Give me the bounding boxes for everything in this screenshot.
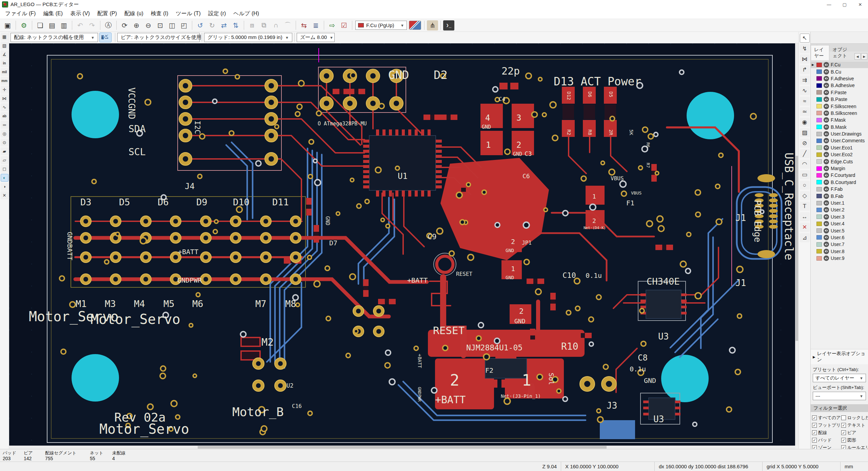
checkbox[interactable]: ✓ bbox=[841, 430, 846, 435]
pcb-board-view[interactable]: VCCGNDSDASCLI2CJ4GNDD222pC4D13 ACT Power… bbox=[9, 43, 795, 446]
curved-ratsnest-icon[interactable]: ∿ bbox=[1, 103, 8, 111]
board-setup-button[interactable]: ⚙ bbox=[18, 20, 29, 30]
tune-diff-pair-tool-icon[interactable]: ≈ bbox=[800, 97, 810, 106]
layer-row-f-adhesive[interactable]: F.Adhesive bbox=[811, 75, 868, 82]
visibility-eye-icon[interactable] bbox=[824, 76, 829, 81]
layer-color-swatch[interactable] bbox=[816, 222, 822, 226]
auto-track-width-button[interactable]: �డ bbox=[99, 33, 112, 42]
route-tracks-tool-icon[interactable]: ↱ bbox=[800, 65, 810, 74]
checkbox[interactable]: ✓ bbox=[812, 430, 817, 435]
layer-color-swatch[interactable] bbox=[816, 242, 822, 247]
visibility-eye-icon[interactable] bbox=[824, 145, 829, 150]
tune-skew-tool-icon[interactable]: ≃ bbox=[800, 107, 810, 116]
layer-row-edge-cuts[interactable]: Edge.Cuts bbox=[811, 158, 868, 165]
flip-vertical-button[interactable]: ⇅ bbox=[230, 20, 241, 30]
visibility-eye-icon[interactable] bbox=[824, 180, 829, 185]
unlock-button[interactable]: ⌒ bbox=[282, 20, 293, 30]
layer-row-user-eco2[interactable]: User.Eco2 bbox=[811, 151, 868, 158]
layer-row-user-1[interactable]: User.1 bbox=[811, 200, 868, 206]
layer-row-user-4[interactable]: User.4 bbox=[811, 220, 868, 227]
page-settings-button[interactable]: ❏ bbox=[35, 20, 46, 30]
tab-objects[interactable]: オブジェクト bbox=[829, 45, 854, 60]
visibility-eye-icon[interactable] bbox=[824, 214, 829, 220]
toggle-grid-override-icon[interactable]: ▧ bbox=[1, 42, 8, 49]
visibility-eye-icon[interactable] bbox=[824, 69, 829, 75]
layer-row-user-5[interactable]: User.5 bbox=[811, 227, 868, 234]
layer-color-swatch[interactable] bbox=[816, 63, 822, 67]
layer-row-b-cu[interactable]: B.Cu bbox=[811, 68, 868, 75]
draw-arc-tool-icon[interactable]: ◠ bbox=[800, 160, 810, 169]
visibility-eye-icon[interactable] bbox=[824, 242, 829, 247]
visibility-eye-icon[interactable] bbox=[824, 172, 829, 178]
layer-color-swatch[interactable] bbox=[816, 111, 822, 115]
menu-item-6[interactable]: 検査 (I) bbox=[147, 9, 172, 18]
zone-fill-mode-icon[interactable]: ▰ bbox=[1, 147, 8, 155]
filter-フットプリント[interactable]: ✓フットプリント bbox=[812, 422, 841, 428]
menu-item-4[interactable]: 配置 (P) bbox=[94, 9, 121, 18]
draw-circle-tool-icon[interactable]: ○ bbox=[800, 181, 810, 190]
units-mils-icon[interactable]: mil bbox=[1, 68, 8, 76]
select-tool-icon[interactable]: ↖ bbox=[800, 34, 810, 43]
layer-row-user-comments[interactable]: User.Comments bbox=[811, 137, 868, 144]
zone-outline-mode-icon[interactable]: ▱ bbox=[1, 156, 8, 164]
zoom-select[interactable]: ズーム 8.00▼ bbox=[297, 33, 335, 42]
zoom-out-button[interactable]: ⊖ bbox=[143, 20, 154, 30]
via-size-select[interactable]: ビア: ネットクラスのサイズを使用▼ bbox=[117, 33, 200, 42]
visibility-eye-icon[interactable] bbox=[824, 193, 829, 199]
layer-color-swatch[interactable] bbox=[816, 159, 822, 164]
visibility-eye-icon[interactable] bbox=[824, 159, 829, 164]
lock-button[interactable]: ∩ bbox=[270, 20, 281, 30]
footprint-browser-button[interactable]: ≣ bbox=[310, 20, 321, 30]
visibility-eye-icon[interactable] bbox=[824, 166, 829, 171]
layer-row-user-2[interactable]: User.2 bbox=[811, 206, 868, 213]
visibility-eye-icon[interactable] bbox=[824, 131, 829, 137]
visibility-eye-icon[interactable] bbox=[824, 235, 829, 240]
visibility-eye-icon[interactable] bbox=[824, 255, 829, 261]
update-footprints-button[interactable]: ⇆ bbox=[298, 20, 310, 30]
save-button[interactable]: ▣ bbox=[2, 20, 13, 30]
tab-scroll-left-icon[interactable]: ◀ bbox=[854, 53, 861, 60]
rule-area-tool-icon[interactable]: ⊘ bbox=[800, 139, 810, 148]
pcb-canvas[interactable]: VCCGNDSDASCLI2CJ4GNDD222pC4D13 ACT Power… bbox=[9, 43, 795, 446]
track-outline-mode-icon[interactable]: ═ bbox=[1, 121, 8, 129]
layer-color-swatch[interactable] bbox=[816, 118, 822, 122]
layer-color-swatch[interactable] bbox=[816, 69, 822, 74]
zoom-auto-button[interactable]: Ⓐ bbox=[103, 20, 114, 30]
filter-配線[interactable]: ✓配線 bbox=[812, 430, 841, 436]
layer-color-swatch[interactable] bbox=[816, 97, 822, 102]
filter-パッド[interactable]: ✓パッド bbox=[812, 437, 841, 443]
menu-item-9[interactable]: ヘルプ (H) bbox=[230, 9, 263, 18]
layer-pair-indicator[interactable] bbox=[409, 21, 421, 30]
zoom-fit-button[interactable]: ⊡ bbox=[155, 20, 166, 30]
layer-row-f-fab[interactable]: F.Fab bbox=[811, 186, 868, 192]
checkbox[interactable]: ✓ bbox=[812, 415, 817, 420]
layer-row-user-7[interactable]: User.7 bbox=[811, 241, 868, 248]
highlight-net-tool-icon[interactable]: ↯ bbox=[800, 44, 810, 53]
layer-row-b-mask[interactable]: B.Mask bbox=[811, 124, 868, 130]
layer-row-user-drawings[interactable]: User.Drawings bbox=[811, 130, 868, 137]
filter-図形[interactable]: ✓図形 bbox=[841, 437, 868, 443]
layer-color-swatch[interactable] bbox=[816, 132, 822, 136]
menu-item-1[interactable]: ファイル (F) bbox=[1, 9, 39, 18]
vertical-scrollbar[interactable] bbox=[795, 43, 798, 446]
layer-row-f-paste[interactable]: F.Paste bbox=[811, 89, 868, 96]
maximize-button[interactable]: ▢ bbox=[837, 0, 852, 9]
layer-color-swatch[interactable] bbox=[816, 249, 822, 253]
plot-button[interactable]: ▥ bbox=[58, 20, 70, 30]
layer-row-b-paste[interactable]: B.Paste bbox=[811, 96, 868, 103]
grid-select[interactable]: グリッド: 5.0000 mm (0.1969 in)▼ bbox=[204, 33, 292, 42]
rotate-ccw-button[interactable]: ↺ bbox=[195, 20, 206, 30]
place-via-tool-icon[interactable]: ◉ bbox=[800, 118, 810, 127]
minimize-button[interactable]: — bbox=[821, 0, 837, 9]
undo-button[interactable]: ↶ bbox=[75, 20, 86, 30]
layer-row-b-silkscreen[interactable]: B.Silkscreen bbox=[811, 110, 868, 117]
tune-track-length-tool-icon[interactable]: ∿ bbox=[800, 86, 810, 95]
layer-color-swatch[interactable] bbox=[816, 166, 822, 171]
checkbox[interactable]: ✓ bbox=[841, 438, 846, 443]
print-button[interactable]: ▤ bbox=[46, 20, 58, 30]
measure-tool-icon[interactable]: ⊿ bbox=[800, 233, 810, 242]
delete-tool-icon[interactable]: ✕ bbox=[800, 223, 810, 232]
toggle-grid-icon[interactable]: ▦ bbox=[1, 33, 8, 41]
visibility-eye-icon[interactable] bbox=[824, 90, 829, 95]
layer-color-swatch[interactable] bbox=[816, 173, 822, 178]
